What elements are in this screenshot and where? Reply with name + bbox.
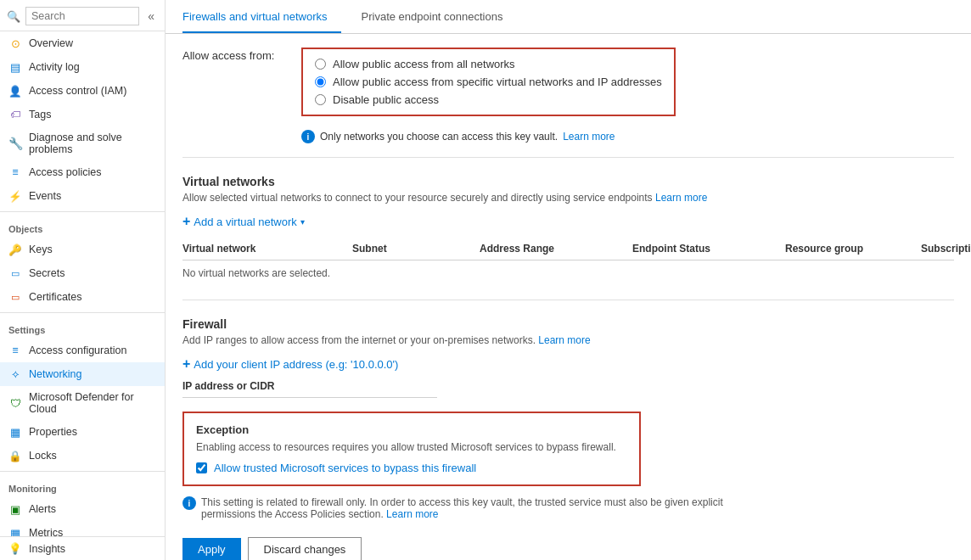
sidebar-item-label: Access control (IAM) [29,85,126,97]
sidebar-item-events[interactable]: ⚡ Events [0,184,165,208]
sidebar-item-label: Tags [29,109,51,120]
sidebar-item-label: Alerts [29,503,56,515]
certificates-icon: ▭ [8,290,22,304]
divider-2 [182,300,954,300]
sidebar-item-networking[interactable]: ⟡ Networking [0,362,165,386]
collapse-btn[interactable]: « [144,8,158,25]
info-note-icon: i [182,496,196,510]
exception-title: Exception [196,423,627,436]
tab-bar: Firewalls and virtual networks Private e… [166,0,971,34]
sidebar-item-label: Properties [29,426,77,438]
sidebar-item-alerts[interactable]: ▣ Alerts [0,497,165,521]
sidebar-item-label: Keys [29,244,53,255]
discard-button[interactable]: Discard changes [248,537,362,560]
radio-disable[interactable]: Disable public access [315,93,662,106]
divider-1 [182,157,954,158]
exception-checkbox[interactable] [196,462,207,473]
sidebar-item-label: Access configuration [29,344,126,356]
sidebar-item-properties[interactable]: ▦ Properties [0,420,165,444]
exception-desc: Enabling access to resources requires yo… [196,441,627,453]
sidebar-item-label: Insights [29,543,65,555]
sidebar-item-label: Diagnose and solve problems [29,132,156,155]
monitoring-section-label: Monitoring [0,475,165,497]
firewall-title: Firewall [182,317,954,331]
col-subnet: Subnet [352,243,480,255]
sidebar-item-secrets[interactable]: ▭ Secrets [0,261,165,285]
search-bar: 🔍 « [0,0,165,31]
radio-all-networks[interactable]: Allow public access from all networks [315,58,662,70]
sidebar-item-label: Certificates [29,291,82,303]
access-from-label: Allow access from: [182,48,284,62]
settings-section-label: Settings [0,316,165,339]
sidebar-item-keys[interactable]: 🔑 Keys [0,238,165,261]
firewall-learn-more-link[interactable]: Learn more [538,334,590,346]
add-ip-label: Add your client IP address (e.g: '10.0.0… [194,358,398,371]
sidebar-item-label: Activity log [29,61,80,73]
radio-disable-label: Disable public access [333,93,439,106]
keys-icon: 🔑 [8,243,22,256]
sidebar-item-label: Access policies [29,166,101,178]
sidebar-item-access-config[interactable]: ≡ Access configuration [0,339,165,362]
objects-section-label: Objects [0,216,165,238]
search-input[interactable] [25,7,139,25]
networking-icon: ⟡ [8,367,22,381]
sidebar-item-overview[interactable]: ⊙ Overview [0,31,165,55]
virtual-networks-title: Virtual networks [182,175,954,188]
sidebar-item-defender[interactable]: 🛡 Microsoft Defender for Cloud [0,386,165,420]
info-note-learn-more[interactable]: Learn more [386,508,438,520]
col-subscription: Subscription [921,243,971,255]
sidebar-item-diagnose[interactable]: 🔧 Diagnose and solve problems [0,126,165,160]
radio-specific-networks-input[interactable] [315,76,326,87]
access-from-row: Allow access from: Allow public access f… [182,48,954,116]
info-icon: i [301,130,315,143]
sidebar-item-locks[interactable]: 🔒 Locks [0,444,165,468]
main-content: Firewalls and virtual networks Private e… [166,0,971,560]
radio-specific-networks[interactable]: Allow public access from specific virtua… [315,76,662,88]
sidebar-nav: ⊙ Overview ▤ Activity log 👤 Access contr… [0,31,165,536]
activity-log-icon: ▤ [8,60,22,74]
sidebar-item-label: Locks [29,450,57,462]
tab-firewalls[interactable]: Firewalls and virtual networks [182,0,341,33]
exception-checkbox-item[interactable]: Allow trusted Microsoft services to bypa… [196,462,627,474]
sidebar-item-access-control[interactable]: 👤 Access control (IAM) [0,79,165,103]
sidebar-item-label: Metrics [29,527,63,536]
overview-icon: ⊙ [8,36,22,50]
defender-icon: 🛡 [8,396,22,410]
apply-button[interactable]: Apply [182,538,241,560]
radio-disable-input[interactable] [315,94,326,105]
properties-icon: ▦ [8,425,22,439]
sidebar-item-access-policies[interactable]: ≡ Access policies [0,160,165,184]
plus-icon-2: + [182,356,190,372]
sidebar: 🔍 « ⊙ Overview ▤ Activity log 👤 Access c… [0,0,166,560]
diagnose-icon: 🔧 [8,137,22,150]
add-virtual-network-btn[interactable]: + Add a virtual network ▾ [182,214,305,229]
sidebar-item-certificates[interactable]: ▭ Certificates [0,285,165,309]
vnet-learn-more-link[interactable]: Learn more [655,192,707,204]
vnet-table-header: Virtual network Subnet Address Range End… [182,238,954,260]
radio-all-networks-input[interactable] [315,59,326,70]
action-buttons: Apply Discard changes [182,537,954,560]
access-learn-more-link[interactable]: Learn more [563,131,615,143]
virtual-networks-desc: Allow selected virtual networks to conne… [182,192,954,204]
add-ip-btn[interactable]: + Add your client IP address (e.g: '10.0… [182,356,398,372]
sidebar-item-metrics[interactable]: ▦ Metrics [0,521,165,536]
sidebar-item-label: Overview [29,37,73,49]
events-icon: ⚡ [8,189,22,203]
exception-box: Exception Enabling access to resources r… [182,412,641,486]
sidebar-item-label: Networking [29,368,82,380]
sidebar-item-activity-log[interactable]: ▤ Activity log [0,55,165,79]
col-address-range: Address Range [480,243,632,255]
tab-private-endpoint[interactable]: Private endpoint connections [362,0,517,33]
tags-icon: 🏷 [8,108,22,121]
secrets-icon: ▭ [8,266,22,280]
info-note-text: This setting is related to firewall only… [201,496,777,520]
search-icon: 🔍 [7,10,20,23]
main-panel: Allow access from: Allow public access f… [166,34,971,560]
access-config-icon: ≡ [8,344,22,357]
chevron-down-icon: ▾ [300,217,305,227]
sidebar-item-tags[interactable]: 🏷 Tags [0,103,165,126]
sidebar-item-insights[interactable]: 💡 Insights [0,536,165,560]
radio-all-networks-label: Allow public access from all networks [333,58,515,70]
access-options-box: Allow public access from all networks Al… [301,48,676,116]
add-vnet-label: Add a virtual network [194,216,296,228]
